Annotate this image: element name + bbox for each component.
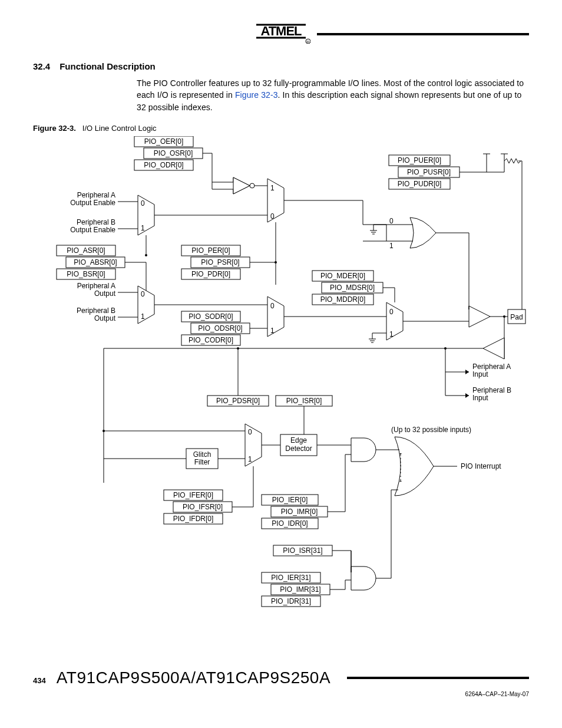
footer: 434 AT91CAP9S500A/AT91CAP9S250A 6264A–CA…	[33, 668, 529, 697]
reg-group-output-data: PIO_SODR[0] PIO_ODSR[0] PIO_CODR[0]	[181, 311, 267, 345]
or-gate-output-enable: 0 1	[370, 217, 469, 309]
document-id: 6264A–CAP–21-May-07	[33, 691, 529, 697]
reg-group-pio-enable: PIO_PER[0] PIO_PSR[0] PIO_PDR[0]	[181, 222, 277, 285]
io-line-control-logic-diagram: PIO_OER[0] PIO_OSR[0] PIO_ODR[0] Periphe…	[33, 136, 529, 649]
figure-caption: Figure 32-3. I/O Line Control Logic	[33, 124, 529, 133]
svg-text:1: 1	[141, 312, 145, 321]
svg-text:PIO_IFDR[0]: PIO_IFDR[0]	[173, 515, 214, 523]
atmel-logo: ATMEL R	[252, 21, 310, 44]
svg-text:PIO_OSR[0]: PIO_OSR[0]	[154, 149, 193, 157]
svg-text:PIO_BSR[0]: PIO_BSR[0]	[67, 270, 105, 278]
svg-text:PIO_IMR[31]: PIO_IMR[31]	[280, 585, 320, 594]
part-number: AT91CAP9S500A/AT91CAP9S250A	[57, 668, 330, 687]
mux-output-enable-combine: 1 0	[267, 179, 386, 225]
figure-link[interactable]: Figure 32-3	[235, 90, 278, 100]
svg-text:Peripheral A: Peripheral A	[77, 282, 115, 290]
svg-text:PIO_ISR[0]: PIO_ISR[0]	[286, 397, 322, 405]
svg-text:0: 0	[270, 212, 275, 220]
svg-text:Filter: Filter	[194, 458, 210, 466]
svg-text:Output Enable: Output Enable	[70, 226, 115, 234]
svg-text:PIO_ABSR[0]: PIO_ABSR[0]	[74, 258, 117, 266]
svg-text:PIO_PUSR[0]: PIO_PUSR[0]	[407, 168, 451, 176]
body-paragraph: The PIO Controller features up to 32 ful…	[137, 77, 529, 113]
figure-label-text: I/O Line Control Logic	[82, 124, 157, 133]
svg-text:Input: Input	[472, 394, 488, 402]
svg-text:PIO_OER[0]: PIO_OER[0]	[144, 137, 184, 146]
svg-text:PIO_PDSR[0]: PIO_PDSR[0]	[216, 397, 260, 405]
svg-text:PIO_IMR[0]: PIO_IMR[0]	[281, 508, 318, 516]
svg-text:PIO_PUER[0]: PIO_PUER[0]	[398, 156, 441, 164]
svg-text:Pad: Pad	[510, 313, 523, 321]
svg-text:Input: Input	[472, 370, 488, 378]
svg-text:Output: Output	[94, 314, 116, 322]
svg-text:Glitch: Glitch	[193, 450, 211, 459]
svg-text:Output Enable: Output Enable	[70, 199, 115, 207]
svg-text:1: 1	[270, 184, 275, 192]
svg-text:Edge: Edge	[290, 436, 307, 444]
glitch-filter-path: Glitch Filter 0 1	[103, 424, 280, 469]
svg-text:PIO_ODR[0]: PIO_ODR[0]	[144, 161, 183, 169]
svg-text:PIO_ODSR[0]: PIO_ODSR[0]	[198, 324, 242, 332]
svg-text:Peripheral A: Peripheral A	[77, 191, 115, 199]
svg-text:PIO_MDER[0]: PIO_MDER[0]	[320, 272, 365, 280]
svg-text:Peripheral B: Peripheral B	[472, 386, 511, 394]
page-number: 434	[33, 676, 46, 685]
svg-text:PIO_IER[0]: PIO_IER[0]	[272, 496, 308, 504]
svg-text:PIO_CODR[0]: PIO_CODR[0]	[189, 336, 233, 344]
svg-text:(Up to 32 possible inputs): (Up to 32 possible inputs)	[391, 426, 471, 434]
and-gate-int0	[345, 438, 395, 462]
svg-text:1: 1	[248, 455, 252, 463]
section-heading: 32.4 Functional Description	[33, 61, 529, 71]
svg-text:1: 1	[389, 330, 394, 338]
svg-text:Detector: Detector	[285, 444, 312, 453]
svg-point-141	[103, 430, 105, 432]
svg-text:0: 0	[141, 199, 145, 207]
svg-text:PIO_PUDR[0]: PIO_PUDR[0]	[398, 180, 442, 188]
svg-text:1: 1	[270, 327, 275, 335]
svg-text:PIO_PDR[0]: PIO_PDR[0]	[191, 270, 230, 278]
svg-text:PIO_MDDR[0]: PIO_MDDR[0]	[320, 295, 366, 304]
reg-group-interrupt0: PIO_IER[0] PIO_IMR[0] PIO_IDR[0]	[262, 454, 345, 529]
svg-text:0: 0	[248, 428, 252, 436]
svg-point-124	[444, 347, 447, 350]
svg-text:PIO_IDR[31]: PIO_IDR[31]	[271, 597, 311, 605]
svg-point-14	[250, 183, 254, 188]
svg-text:1: 1	[389, 242, 394, 250]
svg-text:0: 0	[389, 308, 394, 316]
output-buffer: Pad	[469, 306, 525, 327]
reg-group-absel: PIO_ASR[0] PIO_ABSR[0] PIO_BSR[0]	[57, 245, 146, 313]
header: ATMEL R	[33, 21, 529, 44]
svg-text:1: 1	[141, 224, 145, 232]
footer-rule	[347, 677, 529, 679]
svg-text:PIO_PER[0]: PIO_PER[0]	[191, 246, 230, 255]
svg-text:PIO_IER[31]: PIO_IER[31]	[271, 574, 310, 582]
svg-text:PIO_IDR[0]: PIO_IDR[0]	[272, 519, 308, 528]
svg-text:PIO_MDSR[0]: PIO_MDSR[0]	[330, 284, 375, 292]
svg-text:0: 0	[270, 302, 275, 310]
header-rule	[317, 33, 529, 35]
reg-group-multidrive: PIO_MDER[0] PIO_MDSR[0] PIO_MDDR[0]	[312, 271, 395, 305]
svg-text:Peripheral B: Peripheral B	[77, 218, 115, 226]
svg-text:PIO_IFSR[0]: PIO_IFSR[0]	[183, 503, 223, 511]
section-number: 32.4	[33, 61, 50, 71]
svg-text:0: 0	[141, 290, 145, 298]
mux-output-enable-ab: Peripheral A Output Enable Peripheral B …	[70, 191, 267, 235]
svg-text:R: R	[307, 40, 310, 44]
figure-label-bold: Figure 32-3.	[33, 124, 76, 133]
reg-group-pullup: PIO_PUER[0] PIO_PUSR[0] PIO_PUDR[0]	[389, 154, 522, 317]
svg-text:ATMEL: ATMEL	[260, 24, 302, 38]
and-gate-int31	[345, 490, 398, 590]
svg-text:PIO_PSR[0]: PIO_PSR[0]	[201, 258, 239, 266]
reg-group-input-filter: PIO_IFER[0] PIO_IFSR[0] PIO_IFDR[0]	[164, 466, 253, 524]
svg-text:PIO_IFER[0]: PIO_IFER[0]	[173, 491, 213, 499]
svg-text:0: 0	[389, 217, 394, 225]
svg-point-135	[237, 347, 239, 350]
svg-text:PIO_ASR[0]: PIO_ASR[0]	[67, 246, 105, 255]
section-title: Functional Description	[59, 61, 156, 71]
svg-text:PIO_ISR[31]: PIO_ISR[31]	[283, 546, 322, 555]
svg-text:PIO Interrupt: PIO Interrupt	[461, 462, 501, 470]
or-gate-pio-interrupt: (Up to 32 possible inputs) PIO Interrupt	[391, 426, 501, 496]
svg-point-31	[145, 254, 147, 256]
reg-group-interrupt31: PIO_IER[31] PIO_IMR[31] PIO_IDR[31]	[262, 572, 345, 607]
svg-text:PIO_SODR[0]: PIO_SODR[0]	[189, 312, 233, 321]
